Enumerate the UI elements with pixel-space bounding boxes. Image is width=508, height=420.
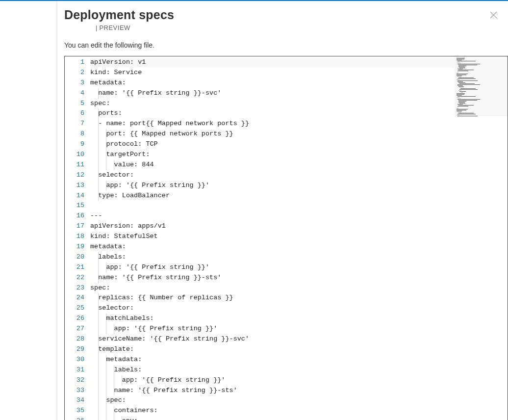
- line-number: 25: [65, 303, 84, 314]
- code-content[interactable]: apiVersion: v1kind: Servicemetadata: nam…: [90, 56, 508, 420]
- code-line[interactable]: labels:: [90, 365, 508, 375]
- code-line[interactable]: spec:: [90, 395, 508, 406]
- line-number: 12: [65, 170, 84, 181]
- line-number: 11: [65, 160, 84, 170]
- code-line[interactable]: containers:: [90, 406, 508, 416]
- code-line[interactable]: apiVersion: v1: [90, 57, 508, 68]
- code-editor-inner[interactable]: 1234567891011121314151617181920212223242…: [65, 56, 508, 420]
- code-line[interactable]: value: 844: [90, 160, 508, 170]
- code-line[interactable]: selector:: [90, 170, 508, 181]
- code-line[interactable]: name: '{{ Prefix string }}-svc': [90, 88, 508, 99]
- panel-subtitle: |PREVIEW: [64, 24, 485, 31]
- code-line[interactable]: name: '{{ Prefix string }}-sts': [90, 273, 508, 283]
- minimap-line: [457, 73, 458, 73]
- minimap-line: [458, 90, 461, 91]
- code-text: apiVersion: v1: [90, 58, 146, 66]
- deployment-specs-panel: Deployment specs |PREVIEW You can edit t…: [57, 1, 508, 420]
- code-text: metadata:: [90, 356, 142, 363]
- code-line[interactable]: - name: port{{ Mapped network ports }}: [90, 119, 508, 129]
- line-number: 32: [65, 375, 84, 386]
- code-text: metadata:: [90, 79, 126, 86]
- code-text: metadata:: [90, 243, 126, 250]
- code-line[interactable]: app: '{{ Prefix string }}': [90, 181, 508, 191]
- code-line[interactable]: name: '{{ Prefix string }}-sts': [90, 386, 508, 396]
- code-line[interactable]: ---: [90, 211, 508, 221]
- line-number: 20: [65, 252, 84, 262]
- line-number: 8: [65, 129, 84, 139]
- minimap-line: [457, 84, 480, 85]
- code-text: matchLabels:: [90, 315, 154, 322]
- code-text: ---: [90, 212, 102, 219]
- minimap-line: [458, 105, 474, 105]
- code-line[interactable]: spec:: [90, 99, 508, 109]
- code-line[interactable]: protocol: TCP: [90, 139, 508, 150]
- code-text: kind: Service: [90, 69, 142, 76]
- code-line[interactable]: replicas: {{ Number of replicas }}: [90, 293, 508, 303]
- line-number: 4: [65, 88, 84, 99]
- minimap-line: [457, 81, 463, 82]
- close-icon: [490, 11, 497, 19]
- code-line[interactable]: metadata:: [90, 355, 508, 365]
- code-line[interactable]: app: '{{ Prefix string }}': [90, 262, 508, 273]
- code-line[interactable]: ports:: [90, 108, 508, 119]
- code-line[interactable]: apiVersion: apps/v1: [90, 221, 508, 232]
- line-number: 10: [65, 150, 84, 160]
- code-line[interactable]: app: '{{ Prefix string }}': [90, 324, 508, 334]
- code-line[interactable]: selector:: [90, 303, 508, 314]
- line-number: 30: [65, 355, 84, 365]
- code-line[interactable]: kind: StatefulSet: [90, 232, 508, 242]
- line-number: 6: [65, 108, 84, 119]
- minimap-line: [457, 77, 461, 77]
- line-number: 18: [65, 232, 84, 242]
- minimap-line: [457, 79, 459, 80]
- code-text: port: {{ Mapped network ports }}: [90, 130, 233, 137]
- code-line[interactable]: metadata:: [90, 78, 508, 88]
- line-number: 35: [65, 406, 84, 416]
- minimap[interactable]: [455, 56, 508, 420]
- code-line[interactable]: port: {{ Mapped network ports }}: [90, 129, 508, 139]
- code-line[interactable]: serviceName: '{{ Prefix string }}-svc': [90, 334, 508, 344]
- minimap-line: [457, 80, 478, 81]
- minimap-line: [457, 58, 465, 58]
- panel-header: Deployment specs |PREVIEW: [57, 1, 508, 31]
- minimap-line: [459, 87, 463, 88]
- line-number: 22: [65, 273, 84, 283]
- minimap-line: [458, 67, 465, 67]
- code-line[interactable]: kind: Service: [90, 68, 508, 78]
- code-line[interactable]: spec:: [90, 283, 508, 293]
- code-text: app: '{{ Prefix string }}': [90, 325, 217, 332]
- code-editor[interactable]: 1234567891011121314151617181920212223242…: [64, 56, 508, 420]
- code-line[interactable]: app: '{{ Prefix string }}': [90, 375, 508, 386]
- panel-title: Deployment specs: [64, 8, 485, 22]
- code-line[interactable]: labels:: [90, 252, 508, 262]
- line-number: 7: [65, 119, 84, 129]
- preview-label: PREVIEW: [99, 24, 130, 31]
- code-line[interactable]: [90, 201, 508, 211]
- close-button[interactable]: [485, 7, 501, 23]
- minimap-line: [457, 75, 466, 75]
- minimap-line: [457, 63, 461, 63]
- code-line[interactable]: env:: [90, 416, 508, 420]
- code-text: spec:: [90, 284, 110, 291]
- code-line[interactable]: type: LoadBalancer: [90, 191, 508, 201]
- code-text: template:: [90, 345, 134, 353]
- minimap-line: [457, 59, 464, 59]
- code-text: selector:: [90, 171, 134, 179]
- minimap-line: [457, 61, 476, 61]
- code-line[interactable]: matchLabels:: [90, 314, 508, 324]
- line-number: 15: [65, 201, 84, 211]
- minimap-line: [457, 62, 459, 62]
- code-text: type: LoadBalancer: [90, 192, 170, 199]
- line-number: 24: [65, 293, 84, 303]
- code-line[interactable]: metadata:: [90, 242, 508, 252]
- code-text: - name: port{{ Mapped network ports }}: [90, 120, 249, 127]
- code-text: name: '{{ Prefix string }}-svc': [90, 89, 221, 97]
- minimap-line: [457, 71, 468, 71]
- minimap-line: [457, 114, 476, 114]
- minimap-line: [458, 65, 477, 65]
- code-line[interactable]: template:: [90, 344, 508, 355]
- code-line[interactable]: targetPort:: [90, 150, 508, 160]
- minimap-line: [458, 86, 464, 87]
- minimap-line: [457, 94, 464, 95]
- line-number: 34: [65, 395, 84, 406]
